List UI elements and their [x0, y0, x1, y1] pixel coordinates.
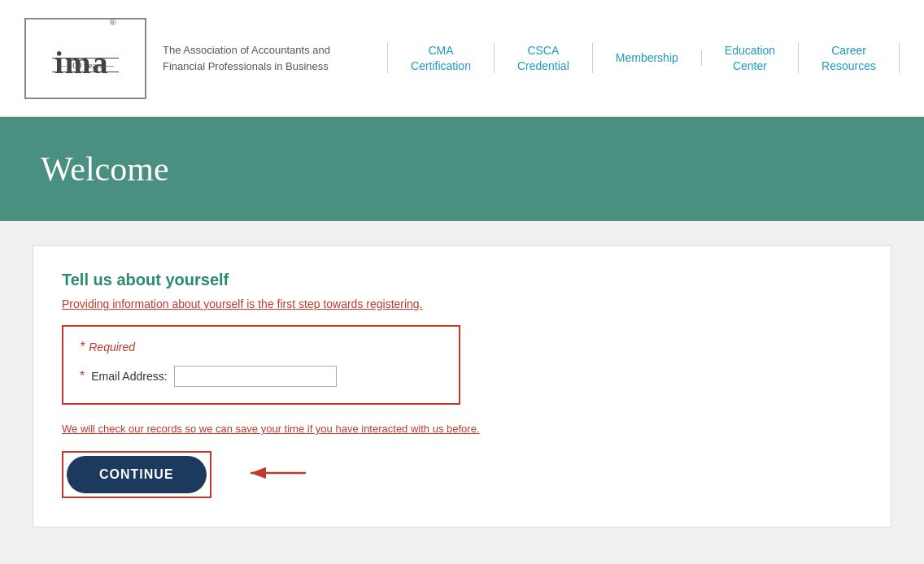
form-card: Tell us about yourself Providing informa…	[33, 245, 891, 527]
button-area: CONTINUE	[62, 451, 862, 498]
logo-box: ima ® — 100 years —	[24, 18, 146, 99]
header: ima ® — 100 years — The Association of A…	[0, 0, 924, 117]
logo-registered-symbol: ®	[109, 17, 116, 27]
email-input[interactable]	[174, 366, 337, 387]
logo-tagline: The Association of Accountants and Finan…	[163, 42, 342, 74]
required-box: * Required * Email Address:	[62, 325, 460, 405]
nav-item-career[interactable]: CareerResources	[799, 43, 900, 72]
main-content: Tell us about yourself Providing informa…	[0, 221, 924, 552]
required-text: Required	[89, 341, 135, 354]
email-required-star: *	[80, 369, 85, 384]
email-row: * Email Address:	[80, 366, 442, 387]
continue-wrapper: CONTINUE	[62, 451, 211, 498]
welcome-banner: Welcome	[0, 117, 924, 221]
nav-item-education[interactable]: EducationCenter	[702, 43, 799, 72]
logo-ima-text: ima	[54, 45, 109, 80]
nav-item-cma[interactable]: CMACertification	[387, 43, 495, 72]
logo-area: ima ® — 100 years — The Association of A…	[24, 18, 342, 99]
note-text: We will check our records so we can save…	[62, 423, 862, 435]
required-star: *	[80, 340, 85, 354]
required-label: * Required	[80, 340, 442, 354]
form-title: Tell us about yourself	[62, 271, 862, 289]
email-label: Email Address:	[91, 370, 167, 383]
form-subtitle: Providing information about yourself is …	[62, 297, 862, 310]
welcome-title: Welcome	[41, 150, 169, 189]
continue-button[interactable]: CONTINUE	[67, 456, 207, 493]
nav-item-csca[interactable]: CSCACredential	[495, 43, 593, 72]
arrow-decoration	[244, 453, 309, 497]
nav-item-membership[interactable]: Membership	[593, 50, 702, 65]
main-nav: CMACertification CSCACredential Membersh…	[387, 43, 900, 72]
